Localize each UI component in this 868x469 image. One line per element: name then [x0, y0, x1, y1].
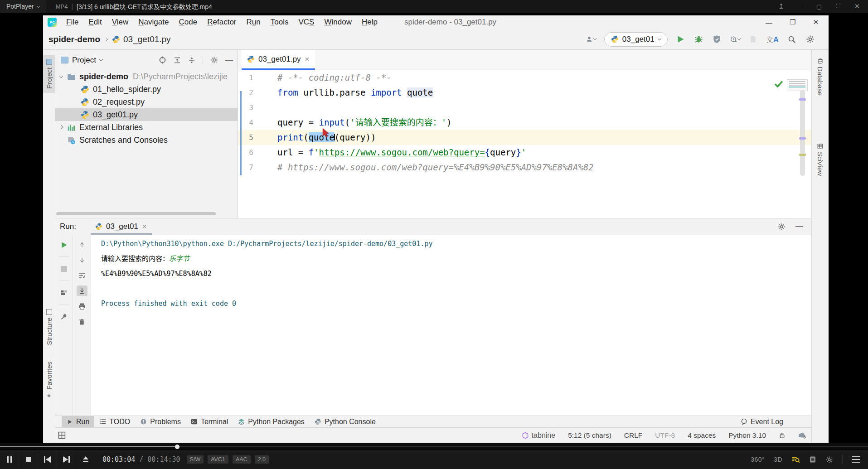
horizontal-scrollbar[interactable] [56, 212, 216, 215]
video-area[interactable]: PC FileEditViewNavigateCodeRefactorRunTo… [0, 13, 868, 443]
scroll-to-end-button[interactable] [77, 285, 87, 296]
gear-icon[interactable] [210, 56, 218, 64]
breadcrumb-file[interactable]: 03_get01.py [112, 34, 171, 44]
stripe-tab-structure[interactable]: Structure [43, 309, 55, 345]
toolwindow-terminal[interactable]: Terminal [186, 416, 233, 427]
hide-panel-button[interactable]: — [225, 56, 233, 65]
menu-item-file[interactable]: File [61, 18, 83, 27]
expand-all-icon[interactable] [174, 57, 181, 64]
tree-row-external-libraries[interactable]: External Libraries [55, 121, 238, 134]
run-console[interactable]: D:\Python\Python310\python.exe D:/Pychar… [91, 235, 811, 416]
settings-gear-icon[interactable] [825, 456, 833, 464]
lock-icon[interactable] [779, 432, 786, 439]
code-line[interactable]: 1# -*- coding:utf-8 -*- [238, 70, 811, 85]
close-tab-icon[interactable]: ✕ [142, 223, 147, 230]
menu-item-view[interactable]: View [107, 18, 134, 27]
ide-restore-button[interactable]: ❐ [790, 18, 795, 26]
user-profile-button[interactable] [586, 34, 596, 44]
tree-row-file[interactable]: 02_request.py [55, 96, 238, 108]
toolwindow-event-log[interactable]: Event Log [741, 418, 811, 426]
view-360-button[interactable]: 360° [751, 456, 765, 463]
playlist-icon[interactable] [809, 456, 816, 463]
pin-tab-button[interactable] [58, 311, 69, 322]
collapse-all-icon[interactable] [188, 57, 195, 64]
line-separator[interactable]: CRLF [624, 431, 642, 440]
potplayer-menu-button[interactable]: PotPlayer [0, 0, 46, 13]
down-stacktrace-button[interactable] [77, 255, 87, 266]
close-button[interactable]: ✕ [853, 3, 861, 10]
toolwindow-run[interactable]: Run [62, 416, 94, 427]
settings-button[interactable] [805, 34, 815, 44]
open-file-button[interactable] [76, 450, 95, 469]
toolwindow-problems[interactable]: Problems [135, 416, 186, 427]
close-tab-icon[interactable]: ✕ [305, 56, 310, 63]
next-button[interactable] [57, 450, 76, 469]
menu-item-refactor[interactable]: Refactor [202, 18, 241, 27]
pause-button[interactable] [0, 450, 19, 469]
subtitle-search-icon[interactable] [791, 456, 800, 463]
tool-windows-toggle-icon[interactable] [58, 431, 66, 439]
code-line[interactable]: 2from urllib.parse import quote [238, 85, 811, 100]
toolwindow-python-packages[interactable]: Python Packages [233, 416, 310, 427]
menu-item-code[interactable]: Code [174, 18, 203, 27]
stripe-tab-database[interactable]: Database [812, 58, 829, 96]
menu-item-navigate[interactable]: Navigate [133, 18, 174, 27]
print-button[interactable] [77, 301, 87, 312]
stripe-tab-sciview[interactable]: SciView [812, 143, 829, 176]
stop-button[interactable] [19, 450, 38, 469]
cloud-settings-icon[interactable] [798, 432, 807, 439]
stripe-tab-favorites[interactable]: Favorites ★ [43, 362, 55, 399]
up-stacktrace-button[interactable] [77, 239, 87, 250]
editor-scrollbar[interactable] [800, 90, 805, 176]
stripe-tab-project[interactable]: Project [43, 55, 55, 93]
clear-all-button[interactable] [77, 316, 87, 327]
tree-row-file-selected[interactable]: 03_get01.py [55, 108, 238, 121]
code-line[interactable]: 6url = f'https://www.sogou.com/web?query… [238, 145, 811, 160]
soft-wrap-button[interactable] [77, 270, 87, 281]
run-button[interactable] [676, 34, 686, 44]
view-3d-button[interactable]: 3D [774, 456, 782, 463]
run-tab[interactable]: 03_get01 ✕ [90, 218, 153, 235]
code-area[interactable]: 1# -*- coding:utf-8 -*-2from urllib.pars… [238, 70, 811, 218]
menu-item-help[interactable]: Help [357, 18, 383, 27]
toolwindow-python-console[interactable]: Python Console [310, 416, 381, 427]
minimize-button[interactable]: — [796, 3, 804, 10]
toolwindow-todo[interactable]: TODO [94, 416, 135, 427]
control-panel-toggle[interactable] [852, 456, 860, 463]
hide-panel-button[interactable]: — [795, 222, 803, 231]
code-line[interactable]: 7# https://www.sogou.com/web?query=%E4%B… [238, 160, 811, 175]
search-everywhere-button[interactable] [787, 34, 797, 44]
rerun-button[interactable] [58, 239, 69, 250]
chevron-down-icon[interactable] [99, 58, 103, 61]
breadcrumb-project[interactable]: spider-demo [48, 34, 100, 44]
profiler-button[interactable] [730, 34, 740, 44]
inspections-ok-check-icon[interactable] [774, 80, 783, 87]
fullscreen-button[interactable]: ⛶ [834, 3, 842, 10]
tree-row-file[interactable]: 01_hello_spider.py [55, 83, 238, 96]
translate-icon[interactable]: 文A [766, 34, 779, 44]
maximize-button[interactable]: ▢ [815, 3, 823, 10]
tree-row-scratches[interactable]: Scratches and Consoles [55, 134, 238, 146]
seek-bar[interactable] [0, 443, 868, 450]
gear-icon[interactable] [778, 223, 786, 231]
caret-position[interactable]: 5:12 (5 chars) [568, 431, 611, 440]
tabnine-widget[interactable]: tabnine [522, 431, 556, 440]
debug-button[interactable] [694, 34, 704, 44]
run-configuration-select[interactable]: 03_get01 [604, 32, 668, 47]
file-encoding[interactable]: UTF-8 [655, 431, 675, 440]
ide-close-button[interactable]: ✕ [813, 18, 819, 26]
python-interpreter[interactable]: Python 3.10 [728, 431, 766, 440]
code-line[interactable]: 3 [238, 100, 811, 115]
editor-tab[interactable]: 03_get01.py ✕ [242, 50, 315, 70]
indent-style[interactable]: 4 spaces [688, 431, 716, 440]
menu-item-tools[interactable]: Tools [266, 18, 294, 27]
coverage-button[interactable] [712, 34, 722, 44]
locate-file-icon[interactable] [159, 56, 166, 64]
project-panel-title[interactable]: Project [72, 56, 96, 65]
tree-row-root[interactable]: spider-demo D:\PycharmProjects\lezijie [55, 70, 238, 83]
seek-handle[interactable] [175, 445, 179, 449]
previous-button[interactable] [38, 450, 57, 469]
menu-item-window[interactable]: Window [319, 18, 357, 27]
menu-item-run[interactable]: Run [242, 18, 266, 27]
menu-item-vcs[interactable]: VCS [293, 18, 319, 27]
